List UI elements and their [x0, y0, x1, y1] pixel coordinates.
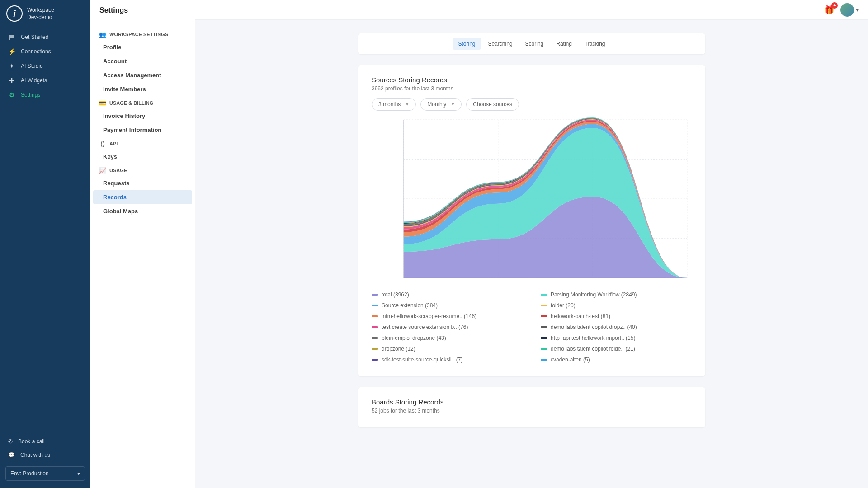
env-selector[interactable]: Env: Production▾ — [5, 466, 85, 481]
robot-icon: ✦ — [8, 62, 15, 70]
legend-item[interactable]: plein-emploi dropzone (43) — [372, 335, 523, 341]
granularity-selector[interactable]: Monthly▼ — [420, 98, 462, 111]
legend-label: total (3962) — [382, 291, 409, 298]
legend-item[interactable]: hellowork-batch-test (81) — [541, 313, 692, 319]
legend-swatch — [372, 337, 378, 339]
legend-swatch — [541, 326, 547, 328]
section-usage: 📈USAGE — [90, 164, 195, 176]
settings-subnav: Settings 👥WORKSPACE SETTINGS Profile Acc… — [90, 0, 195, 488]
tab-tracking[interactable]: Tracking — [579, 38, 611, 50]
workspace-name: Dev-demo — [27, 14, 54, 20]
section-billing: 💳USAGE & BILLING — [90, 96, 195, 109]
legend-item[interactable]: http_api test hellowork import.. (15) — [541, 335, 692, 341]
subnav-invoice-history[interactable]: Invoice History — [90, 109, 195, 123]
chart-subtitle: 52 jobs for the last 3 months — [372, 408, 692, 414]
chart-subtitle: 3962 profiles for the last 3 months — [372, 85, 692, 92]
legend-item[interactable]: demo labs talent copilot folde.. (21) — [541, 346, 692, 352]
code-icon: ⟨⟩ — [99, 141, 106, 147]
legend-label: intm-hellowork-scrapper-resume.. (146) — [382, 313, 476, 319]
subnav-requests[interactable]: Requests — [90, 176, 195, 190]
user-menu[interactable]: ▾ — [840, 3, 859, 17]
legend-item[interactable]: test create source extension b.. (76) — [372, 324, 523, 330]
legend-label: sdk-test-suite-source-quicksil.. (7) — [382, 357, 462, 363]
legend-swatch — [372, 315, 378, 317]
legend-item[interactable]: intm-hellowork-scrapper-resume.. (146) — [372, 313, 523, 319]
nav-ai-studio[interactable]: ✦AI Studio — [0, 59, 90, 73]
chart-icon: 📈 — [99, 167, 106, 174]
chart-legend: total (3962)Parsing Monitoring Workflow … — [372, 291, 692, 363]
subnav-payment-info[interactable]: Payment Information — [90, 123, 195, 137]
legend-label: test create source extension b.. (76) — [382, 324, 468, 330]
legend-label: folder (20) — [551, 302, 576, 309]
legend-swatch — [372, 348, 378, 350]
legend-item[interactable]: cvaden-alten (5) — [541, 357, 692, 363]
boards-storing-card: Boards Storing Records 52 jobs for the l… — [358, 387, 705, 427]
card-icon: 💳 — [99, 100, 106, 106]
subnav-profile[interactable]: Profile — [90, 40, 195, 54]
legend-label: Parsing Monitoring Workflow (2849) — [551, 291, 637, 298]
nav-ai-widgets[interactable]: ✚AI Widgets — [0, 73, 90, 88]
legend-label: hellowork-batch-test (81) — [551, 313, 610, 319]
legend-label: plein-emploi dropzone (43) — [382, 335, 446, 341]
nav-get-started[interactable]: ▤Get Started — [0, 30, 90, 44]
legend-label: demo labs talent copilot folde.. (21) — [551, 346, 635, 352]
gift-icon[interactable]: 🎁4 — [824, 5, 834, 15]
page-title: Settings — [90, 0, 195, 21]
book-a-call[interactable]: ✆Book a call — [0, 435, 90, 448]
tab-scoring[interactable]: Scoring — [520, 38, 549, 50]
chat-icon: 💬 — [8, 452, 15, 458]
subnav-keys[interactable]: Keys — [90, 150, 195, 164]
legend-swatch — [372, 294, 378, 296]
subnav-invite-members[interactable]: Invite Members — [90, 82, 195, 96]
notification-badge: 4 — [831, 2, 838, 9]
book-icon: ▤ — [8, 33, 15, 41]
legend-swatch — [372, 305, 378, 306]
subnav-records[interactable]: Records — [93, 190, 192, 204]
primary-sidebar: i Workspace Dev-demo ▤Get Started ⚡Conne… — [0, 0, 90, 488]
legend-label: demo labs talent copilot dropz.. (40) — [551, 324, 637, 330]
subnav-account[interactable]: Account — [90, 54, 195, 68]
legend-item[interactable]: dropzone (12) — [372, 346, 523, 352]
legend-label: Source extension (384) — [382, 302, 438, 309]
avatar — [840, 3, 854, 17]
section-api: ⟨⟩API — [90, 137, 195, 150]
legend-swatch — [541, 315, 547, 317]
sources-storing-card: Sources Storing Records 3962 profiles fo… — [358, 65, 705, 376]
subnav-access-management[interactable]: Access Management — [90, 68, 195, 82]
chart-title: Sources Storing Records — [372, 76, 692, 84]
legend-item[interactable]: sdk-test-suite-source-quicksil.. (7) — [372, 357, 523, 363]
metric-tabs: Storing Searching Scoring Rating Trackin… — [358, 33, 705, 54]
legend-item[interactable]: Source extension (384) — [372, 302, 523, 309]
workspace-switcher[interactable]: i Workspace Dev-demo — [0, 0, 90, 26]
chevron-down-icon: ▾ — [856, 6, 859, 13]
nav-connections[interactable]: ⚡Connections — [0, 44, 90, 59]
legend-label: http_api test hellowork import.. (15) — [551, 335, 635, 341]
puzzle-icon: ✚ — [8, 77, 15, 84]
legend-swatch — [372, 326, 378, 328]
legend-item[interactable]: total (3962) — [372, 291, 523, 298]
legend-swatch — [541, 348, 547, 350]
legend-item[interactable]: demo labs talent copilot dropz.. (40) — [541, 324, 692, 330]
tab-searching[interactable]: Searching — [483, 38, 518, 50]
topbar: 🎁4 ▾ — [195, 0, 868, 20]
legend-item[interactable]: Parsing Monitoring Workflow (2849) — [541, 291, 692, 298]
tab-storing[interactable]: Storing — [453, 38, 481, 50]
chevron-down-icon: ▼ — [405, 102, 409, 107]
chart-title: Boards Storing Records — [372, 398, 692, 406]
legend-label: dropzone (12) — [382, 346, 415, 352]
tab-rating[interactable]: Rating — [551, 38, 577, 50]
logo-icon: i — [6, 5, 23, 22]
chevron-down-icon: ▼ — [451, 102, 455, 107]
legend-label: cvaden-alten (5) — [551, 357, 590, 363]
legend-item[interactable]: folder (20) — [541, 302, 692, 309]
subnav-global-maps[interactable]: Global Maps — [90, 204, 195, 218]
legend-swatch — [372, 359, 378, 361]
period-selector[interactable]: 3 months▼ — [372, 98, 416, 111]
chat-with-us[interactable]: 💬Chat with us — [0, 448, 90, 462]
area-chart — [372, 115, 692, 282]
nav-settings[interactable]: ⚙Settings — [0, 88, 90, 102]
plug-icon: ⚡ — [8, 48, 15, 55]
legend-swatch — [541, 359, 547, 361]
phone-icon: ✆ — [8, 438, 13, 445]
choose-sources-button[interactable]: Choose sources — [466, 98, 519, 111]
